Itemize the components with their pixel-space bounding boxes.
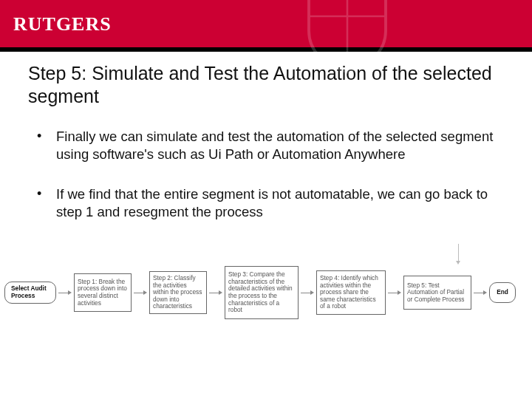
arrow-down-icon [454, 244, 462, 265]
slide-title: Step 5: Simulate and Test the Automation… [28, 62, 504, 109]
flow-end: End [489, 282, 516, 303]
arrow-right-icon [58, 289, 72, 296]
bullet-item: If we find that the entire segment is no… [34, 185, 504, 221]
flow-step: Step 2: Classify the activities within t… [149, 271, 207, 314]
brand-header: RUTGERS [0, 0, 532, 52]
flow-start: Select Audit Process [4, 282, 56, 303]
flow-step: Step 1: Break the process down into seve… [74, 273, 132, 312]
process-flow: Select Audit Process Step 1: Break the p… [0, 266, 532, 319]
arrow-right-icon [134, 289, 147, 296]
arrow-right-icon [474, 289, 487, 296]
arrow-right-icon [301, 289, 314, 296]
flow-step: Step 3: Compare the characteristics of t… [225, 266, 299, 319]
arrow-right-icon [388, 289, 401, 296]
flow-step: Step 5: Test Automation of Partial or Co… [403, 276, 471, 310]
slide-content: Step 5: Simulate and Test the Automation… [0, 52, 532, 221]
arrow-right-icon [209, 289, 222, 296]
flow-step: Step 4: Identify which activities within… [316, 270, 386, 315]
bullet-item: Finally we can simulate and test the aut… [34, 128, 504, 163]
brand-logo: RUTGERS [13, 13, 112, 35]
bullet-list: Finally we can simulate and test the aut… [28, 128, 504, 221]
